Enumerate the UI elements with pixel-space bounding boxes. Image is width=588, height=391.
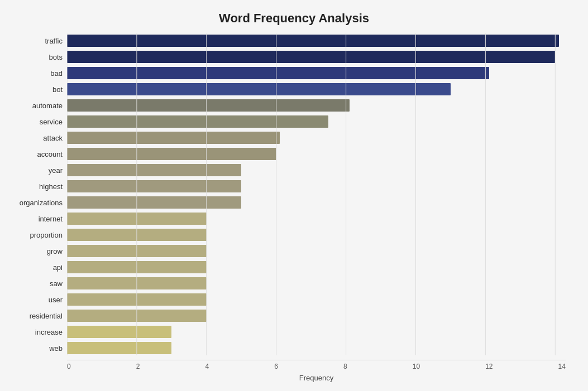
bar-fill <box>67 326 171 338</box>
bar-track <box>67 228 566 242</box>
bar-row: increase <box>67 325 566 339</box>
bar-row: bot <box>67 82 566 96</box>
bar-fill <box>67 293 207 306</box>
bar-label: web <box>6 344 67 353</box>
x-axis-ticks: 02468101214 <box>67 360 566 370</box>
bar-fill <box>67 99 350 112</box>
bar-track <box>67 98 566 113</box>
chart-inner: trafficbotsbadbotautomateserviceattackac… <box>67 33 566 382</box>
bar-label: internet <box>6 215 67 223</box>
bar-fill <box>67 277 207 289</box>
x-tick: 14 <box>558 363 566 370</box>
bar-fill <box>67 35 559 47</box>
bar-label: bad <box>6 69 67 78</box>
x-tick: 4 <box>205 363 209 370</box>
bar-label: automate <box>6 102 67 110</box>
bar-label: bot <box>6 85 67 94</box>
bar-row: attack <box>67 131 566 145</box>
x-tick: 10 <box>413 363 420 370</box>
bar-row: saw <box>67 276 566 291</box>
bar-track <box>67 195 566 210</box>
bar-track <box>67 163 566 177</box>
bar-label: traffic <box>6 37 67 45</box>
bar-label: bots <box>6 53 67 61</box>
x-axis-label: Frequency <box>67 374 566 382</box>
bar-track <box>67 131 566 145</box>
bar-fill <box>67 342 171 354</box>
bar-fill <box>67 213 207 225</box>
chart-container: Word Frequency Analysis trafficbotsbadbo… <box>0 0 588 391</box>
bar-row: internet <box>67 211 566 226</box>
bar-label: api <box>6 263 67 272</box>
x-tick: 8 <box>343 363 347 370</box>
bar-row: service <box>67 114 566 129</box>
bar-row: organizations <box>67 195 566 210</box>
x-tick: 2 <box>136 363 140 370</box>
bar-row: residential <box>67 308 566 323</box>
bar-track <box>67 179 566 194</box>
bar-fill <box>67 229 207 241</box>
bar-fill <box>67 132 280 144</box>
bar-label: service <box>6 118 67 126</box>
bar-track <box>67 308 566 323</box>
bar-track <box>67 260 566 274</box>
bar-row: grow <box>67 244 566 258</box>
bar-track <box>67 211 566 226</box>
bar-label: grow <box>6 247 67 255</box>
bar-label: highest <box>6 182 67 191</box>
bar-row: bots <box>67 50 566 64</box>
bar-row: traffic <box>67 33 566 48</box>
bar-label: attack <box>6 134 67 142</box>
bar-track <box>67 50 566 64</box>
bar-row: bad <box>67 66 566 80</box>
bar-fill <box>67 245 207 257</box>
bar-track <box>67 66 566 80</box>
bar-track <box>67 147 566 161</box>
bar-fill <box>67 164 241 176</box>
bar-label: increase <box>6 328 67 336</box>
chart-title: Word Frequency Analysis <box>22 11 566 26</box>
bar-fill <box>67 196 241 209</box>
bar-fill <box>67 261 207 273</box>
bar-fill <box>67 115 328 128</box>
bar-track <box>67 341 566 355</box>
bar-row: proportion <box>67 228 566 242</box>
bar-row: account <box>67 147 566 161</box>
bar-row: automate <box>67 98 566 113</box>
x-axis: 02468101214 <box>67 360 566 370</box>
bar-fill <box>67 310 207 322</box>
bar-row: api <box>67 260 566 274</box>
bar-fill <box>67 148 276 160</box>
bar-track <box>67 114 566 129</box>
bar-fill <box>67 67 489 79</box>
bar-label: year <box>6 166 67 175</box>
bar-track <box>67 292 566 307</box>
bar-label: saw <box>6 279 67 288</box>
x-tick: 0 <box>67 363 71 370</box>
bar-track <box>67 325 566 339</box>
bar-label: proportion <box>6 231 67 239</box>
bar-track <box>67 244 566 258</box>
bar-row: year <box>67 163 566 177</box>
bar-fill <box>67 83 451 95</box>
bar-row: highest <box>67 179 566 194</box>
bar-label: account <box>6 150 67 158</box>
x-tick: 12 <box>485 363 493 370</box>
x-tick: 6 <box>274 363 278 370</box>
bar-row: web <box>67 341 566 355</box>
bars-and-grid: trafficbotsbadbotautomateserviceattackac… <box>67 33 566 355</box>
bar-fill <box>67 51 555 63</box>
bar-label: organizations <box>6 199 67 207</box>
bar-label: residential <box>6 312 67 320</box>
bar-label: user <box>6 296 67 304</box>
bar-fill <box>67 180 241 192</box>
bar-track <box>67 276 566 291</box>
bar-track <box>67 82 566 96</box>
bar-row: user <box>67 292 566 307</box>
bar-track <box>67 33 566 48</box>
